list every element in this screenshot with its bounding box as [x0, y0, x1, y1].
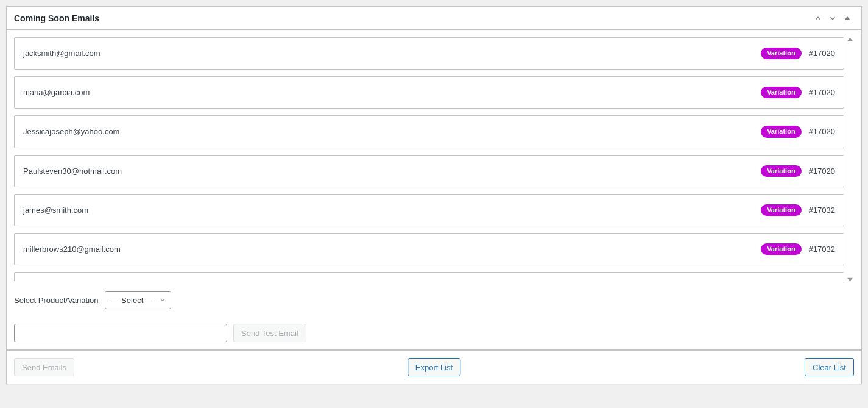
variation-badge: Variation [761, 48, 801, 59]
actions-row: Send Emails Export List Clear List [7, 350, 861, 384]
product-id: #17020 [809, 127, 835, 136]
list-item[interactable]: Paulsteven30@hotmail.com Variation #1702… [14, 155, 844, 187]
toggle-panel-icon[interactable] [841, 12, 854, 25]
variation-badge: Variation [761, 126, 801, 137]
svg-marker-1 [847, 37, 853, 40]
svg-marker-2 [847, 277, 853, 281]
test-email-row: Send Test Email [7, 317, 861, 350]
send-emails-button[interactable]: Send Emails [14, 358, 74, 376]
list-item[interactable]: james@smith.com Variation #17032 [14, 194, 844, 226]
variation-badge: Variation [761, 87, 801, 98]
list-item[interactable]: jacksmith@gmail.com Variation #17020 [14, 37, 844, 70]
panel-title: Coming Soon Emails [14, 13, 99, 23]
coming-soon-emails-panel: Coming Soon Emails jacksmith@gmail.com V… [6, 6, 862, 384]
list-item[interactable]: millerbrows210@gmail.com Variation #1703… [14, 233, 844, 265]
filter-row: Select Product/Variation — Select — [14, 291, 854, 309]
variation-badge: Variation [761, 243, 801, 255]
product-id: #17020 [809, 88, 835, 97]
clear-list-button[interactable]: Clear List [805, 358, 854, 376]
panel-body: jacksmith@gmail.com Variation #17020 mar… [7, 30, 861, 317]
email-list: jacksmith@gmail.com Variation #17020 mar… [14, 37, 854, 281]
scrollbar[interactable] [845, 37, 854, 281]
email-address: millerbrows210@gmail.com [23, 245, 121, 254]
send-test-email-button[interactable]: Send Test Email [233, 324, 306, 342]
scroll-down-icon[interactable] [845, 275, 854, 284]
svg-marker-0 [844, 16, 850, 20]
email-list-container: jacksmith@gmail.com Variation #17020 mar… [14, 37, 854, 281]
panel-controls [811, 12, 854, 25]
scroll-up-icon[interactable] [845, 35, 854, 43]
product-variation-select[interactable]: — Select — [105, 291, 171, 309]
email-address: james@smith.com [23, 206, 88, 215]
move-down-icon[interactable] [826, 12, 839, 25]
variation-badge: Variation [761, 204, 801, 216]
test-email-input[interactable] [14, 324, 227, 342]
export-list-button[interactable]: Export List [408, 358, 460, 376]
filter-label: Select Product/Variation [14, 296, 99, 305]
list-item[interactable]: amandabrian103@gmail.com Variation #1703… [14, 272, 844, 281]
product-id: #17020 [809, 49, 835, 58]
list-item[interactable]: maria@garcia.com Variation #17020 [14, 76, 844, 109]
variation-badge: Variation [761, 165, 801, 177]
email-address: Jessicajoseph@yahoo.com [23, 127, 119, 136]
panel-header: Coming Soon Emails [7, 7, 861, 30]
select-value: — Select — [111, 296, 153, 305]
email-address: Paulsteven30@hotmail.com [23, 166, 122, 176]
email-address: jacksmith@gmail.com [23, 49, 101, 58]
list-item[interactable]: Jessicajoseph@yahoo.com Variation #17020 [14, 115, 844, 148]
product-id: #17032 [809, 206, 835, 215]
email-address: maria@garcia.com [23, 88, 90, 97]
move-up-icon[interactable] [811, 12, 825, 25]
product-id: #17020 [809, 166, 835, 176]
product-id: #17032 [809, 245, 835, 254]
